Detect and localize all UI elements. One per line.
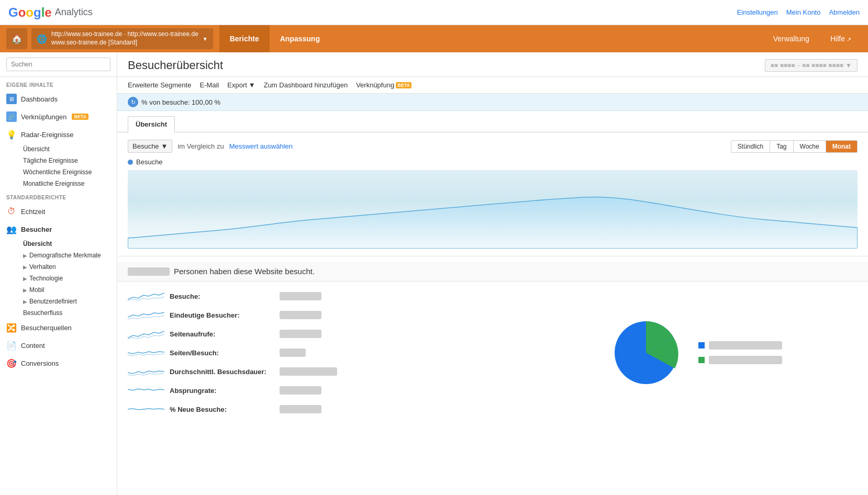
- verknuepfung-toolbar-button[interactable]: Verknüpfung BETA: [356, 81, 411, 89]
- content-area: Besucherübersicht ■■ ■■■■ – ■■ ■■■■ ■■■■…: [117, 52, 868, 495]
- logo: Google Analytics: [8, 5, 93, 20]
- pie-legend: [698, 341, 782, 364]
- time-btn-stuendlich[interactable]: Stündlich: [731, 141, 770, 152]
- conversions-label: Conversions: [21, 359, 59, 367]
- chart-section: Besuche ▼ im Vergleich zu Messwert auswä…: [117, 132, 868, 256]
- right-nav: Verwaltung Hilfe: [763, 25, 862, 52]
- mein-konto-link[interactable]: Mein Konto: [786, 8, 821, 16]
- verwaltung-button[interactable]: Verwaltung: [763, 25, 820, 52]
- legend-dot-icon: [128, 160, 133, 165]
- time-period-buttons: Stündlich Tag Woche Monat: [731, 140, 858, 153]
- abmelden-link[interactable]: Abmelden: [829, 8, 860, 16]
- verknuepfungen-label: Verknüpfungen: [21, 113, 66, 121]
- radar-icon: 💡: [6, 129, 17, 140]
- metric-dropdown[interactable]: Besuche ▼: [128, 140, 172, 153]
- search-box: [0, 52, 117, 77]
- top-bar: Google Analytics Einstellungen Mein Kont…: [0, 0, 868, 25]
- sidebar-item-radar[interactable]: 💡 Radar-Ereignisse: [0, 126, 117, 143]
- echtzeit-icon: ⏱: [6, 206, 17, 217]
- seiten-besuch-value-blurred: [280, 348, 306, 357]
- sidebar-item-echtzeit[interactable]: ⏱ Echtzeit: [0, 203, 117, 220]
- orange-nav-bar: 🏠 🌐 http://www.seo-trainee.de · http://w…: [0, 25, 868, 52]
- absprungrate-label: Absprungrate:: [170, 387, 274, 395]
- seiten-besuch-label: Seiten/Besuch:: [170, 349, 274, 357]
- account-selector[interactable]: 🌐 http://www.seo-trainee.de · http://www…: [31, 28, 213, 49]
- export-dropdown-icon: ▼: [249, 81, 255, 89]
- chart-legend: Besuche: [128, 158, 858, 166]
- radar-taeglich[interactable]: Tägliche Ereignisse: [17, 155, 117, 166]
- sidebar-item-besucherquellen[interactable]: 🔀 Besucherquellen: [0, 319, 117, 336]
- sparkline-eindeutige: [128, 309, 164, 321]
- zum-dashboard-button[interactable]: Zum Dashboard hinzufügen: [264, 81, 348, 89]
- besucher-technologie[interactable]: ▶ Technologie: [17, 273, 117, 284]
- besucher-benutzerdefiniert[interactable]: ▶ Benutzerdefiniert: [17, 296, 117, 307]
- sparkline-absprungrate: [128, 384, 164, 397]
- compare-link[interactable]: Messwert auswählen: [229, 142, 293, 150]
- tab-uebersicht[interactable]: Übersicht: [128, 116, 175, 132]
- stat-row-besuche: Besuche:: [128, 287, 529, 306]
- besucherquellen-icon: 🔀: [6, 322, 17, 333]
- legend-besuche-label: Besuche: [136, 158, 163, 166]
- chart-left-controls: Besuche ▼ im Vergleich zu Messwert auswä…: [128, 140, 293, 153]
- seitenaufrufe-value-blurred: [280, 330, 321, 338]
- top-nav: Einstellungen Mein Konto Abmelden: [737, 8, 860, 16]
- anpassung-nav-button[interactable]: Anpassung: [270, 25, 330, 52]
- sidebar-item-verknuepfungen[interactable]: 🔗 Verknüpfungen BETA: [0, 108, 117, 126]
- time-btn-monat[interactable]: Monat: [826, 141, 857, 152]
- besucher-demografisch[interactable]: ▶ Demografische Merkmale: [17, 250, 117, 261]
- sidebar-item-conversions[interactable]: 🎯 Conversions: [0, 354, 117, 372]
- absprungrate-value-blurred: [280, 386, 321, 395]
- email-button[interactable]: E-Mail: [199, 81, 219, 89]
- calendar-icon: ▼: [845, 62, 852, 69]
- visitors-count-blurred: [128, 267, 170, 276]
- legend-green-value-blurred: [709, 356, 782, 364]
- home-button[interactable]: 🏠: [6, 28, 27, 49]
- toolbar: Erweiterte Segmente E-Mail Export ▼ Zum …: [117, 77, 868, 94]
- time-btn-woche[interactable]: Woche: [794, 141, 826, 152]
- sparkline-seitenaufrufe: [128, 328, 164, 340]
- echtzeit-label: Echtzeit: [21, 208, 45, 216]
- besucher-besucherfluss[interactable]: Besucherfluss: [17, 307, 117, 319]
- segment-text: % von besuche: 100,00 %: [141, 98, 220, 106]
- einstellungen-link[interactable]: Einstellungen: [737, 8, 778, 16]
- radar-monatlich[interactable]: Monatliche Ereignisse: [17, 178, 117, 189]
- visitors-headline: Personen haben diese Website besucht.: [117, 262, 868, 282]
- besuchsdauer-value-blurred: [280, 367, 337, 376]
- berichte-nav-button[interactable]: Berichte: [219, 25, 270, 52]
- besucher-verhalten[interactable]: ▶ Verhalten: [17, 261, 117, 273]
- hilfe-button[interactable]: Hilfe: [820, 25, 862, 52]
- content-header: Besucherübersicht ■■ ■■■■ – ■■ ■■■■ ■■■■…: [117, 52, 868, 77]
- besuche-value-blurred: [280, 292, 321, 300]
- time-btn-tag[interactable]: Tag: [770, 141, 793, 152]
- search-input[interactable]: [6, 58, 110, 71]
- radar-uebersicht[interactable]: Übersicht: [17, 143, 117, 155]
- besucher-icon: 👥: [6, 224, 17, 234]
- besucher-uebersicht[interactable]: Übersicht: [17, 238, 117, 250]
- date-range-picker[interactable]: ■■ ■■■■ – ■■ ■■■■ ■■■■ ▼: [765, 59, 858, 72]
- besucher-mobil[interactable]: ▶ Mobil: [17, 284, 117, 296]
- stat-row-absprungrate: Absprungrate:: [128, 381, 529, 400]
- legend-item-green: [698, 356, 782, 364]
- eindeutige-value-blurred: [280, 311, 321, 319]
- sidebar-item-content[interactable]: 📄 Content: [0, 336, 117, 354]
- radar-label: Radar-Ereignisse: [21, 131, 73, 139]
- verknuepfungen-beta-badge: BETA: [72, 114, 88, 120]
- chart-svg: [128, 170, 858, 249]
- analytics-logo-text: Analytics: [55, 7, 93, 18]
- seitenaufrufe-label: Seitenaufrufe:: [170, 330, 274, 338]
- radar-subitems: Übersicht Tägliche Ereignisse Wöchentlic…: [0, 143, 117, 189]
- stats-grid: Besuche: Eindeutige Besucher:: [128, 282, 858, 424]
- visitors-headline-suffix: Personen haben diese Website besucht.: [174, 267, 315, 276]
- stat-row-seitenaufrufe: Seitenaufrufe:: [128, 324, 529, 343]
- stats-section: Personen haben diese Website besucht. Be…: [117, 256, 868, 424]
- erweiterte-segmente-button[interactable]: Erweiterte Segmente: [128, 81, 191, 89]
- export-button[interactable]: Export ▼: [227, 81, 255, 89]
- legend-box-blue: [698, 342, 705, 348]
- date-range-value: ■■ ■■■■ – ■■ ■■■■ ■■■■: [771, 62, 843, 69]
- sidebar-item-besucher[interactable]: 👥 Besucher: [0, 220, 117, 238]
- segment-bar: ↻ % von besuche: 100,00 %: [117, 94, 868, 111]
- sidebar-item-dashboards[interactable]: ⊞ Dashboards: [0, 90, 117, 108]
- radar-woechentlich[interactable]: Wöchentliche Ereignisse: [17, 166, 117, 178]
- sidebar-section-standard: STANDARDBERICHTE: [0, 189, 117, 203]
- page-title: Besucherübersicht: [128, 59, 223, 72]
